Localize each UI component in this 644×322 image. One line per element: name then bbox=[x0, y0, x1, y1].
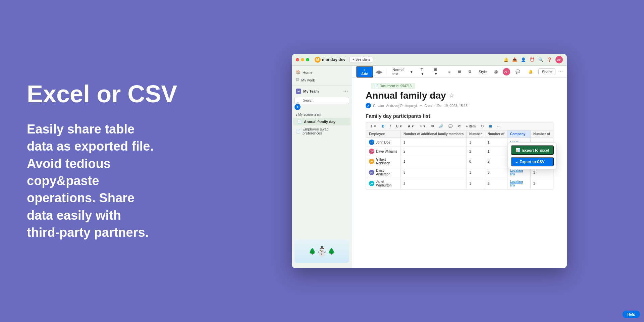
sidebar-team-left: M My Team bbox=[296, 89, 319, 94]
team-menu-icon[interactable]: ⋯ bbox=[343, 89, 348, 94]
col-employee: Employee bbox=[366, 130, 401, 138]
val1-cell: 3 bbox=[401, 167, 467, 178]
clock-icon[interactable]: ⏰ bbox=[529, 57, 535, 62]
creator-label: Creator bbox=[373, 104, 384, 108]
doc-id-badge: 📄 Document id: 994713 bbox=[371, 83, 415, 89]
bell-icon[interactable]: 🔔 bbox=[503, 57, 508, 62]
table-bold-button[interactable]: B bbox=[380, 124, 386, 129]
table-italic-button[interactable]: I bbox=[388, 124, 392, 129]
employee-name: Gilbert Robinson bbox=[376, 158, 398, 165]
format-columns-button[interactable]: ⊞ ▼ bbox=[431, 66, 443, 77]
val1-cell: 1 bbox=[401, 138, 467, 147]
sidebar-search[interactable]: 🔍 + bbox=[294, 97, 349, 110]
sidebar-item-employee-swag[interactable]: 📄 Employee swag preferences bbox=[292, 125, 352, 137]
table-T-button[interactable]: T ▼ bbox=[369, 124, 378, 129]
val3-cell: 2 bbox=[485, 156, 507, 167]
creator-name: Andrzeej Prokopczyk bbox=[386, 104, 418, 108]
table-redo-button[interactable]: ↻ bbox=[479, 124, 485, 129]
format-list1-button[interactable]: ≡ bbox=[446, 69, 453, 75]
employee-avatar: DA bbox=[369, 170, 374, 175]
normal-text-button[interactable]: Normal text ▼ bbox=[390, 67, 416, 77]
table-more-button[interactable]: ⋯ bbox=[495, 124, 502, 129]
table-grid-button[interactable]: ⊞ bbox=[487, 124, 493, 129]
val3-cell: 2 bbox=[485, 178, 507, 189]
sidebar: 🏠 Home ☑ My work M My Team ⋯ 🔍 bbox=[292, 66, 352, 268]
sidebar-item-my-work[interactable]: ☑ My work bbox=[292, 76, 352, 84]
export-excel-label: Export to Excel bbox=[522, 148, 549, 152]
doc-title: Annual family day ☆ bbox=[366, 90, 553, 101]
employee-avatar: JW bbox=[369, 181, 374, 186]
table-font-color-button[interactable]: A ▼ bbox=[406, 124, 416, 129]
sidebar-item-home[interactable]: 🏠 Home bbox=[292, 68, 352, 76]
format-embed-button[interactable]: ⧉ bbox=[466, 68, 474, 75]
toolbar-arrows-icon[interactable]: ◀▶ bbox=[375, 69, 383, 74]
employee-name: Daisy Anderson bbox=[376, 169, 398, 176]
browser-bar: M monday dev + See plans 🔔 📥 👤 ⏰ 🔍 ❓ AP bbox=[292, 54, 567, 66]
table-toolbar: T ▼ B I U ▼ A ▼ ≡ ▼ ⧉ 🔗 💬 ↺ + item bbox=[366, 122, 553, 130]
val1-cell: 1 bbox=[401, 156, 467, 167]
export-csv-button[interactable]: ≡ Export to CSV bbox=[511, 157, 554, 166]
val2-cell: 2 bbox=[466, 147, 485, 156]
table-link-button[interactable]: 🔗 bbox=[437, 124, 445, 129]
chevron-down-icon: ▼ bbox=[410, 70, 413, 74]
see-plans-button[interactable]: + See plans bbox=[350, 57, 373, 62]
team-icon: M bbox=[296, 89, 301, 94]
comment-icon[interactable]: 💬 bbox=[513, 68, 523, 75]
team-name: My Team bbox=[303, 89, 319, 93]
browser-icons-right: 🔔 📥 👤 ⏰ 🔍 ❓ AP bbox=[503, 56, 563, 63]
mywork-icon: ☑ bbox=[296, 78, 299, 82]
desc-line3: Avoid tedious bbox=[27, 157, 111, 171]
more-options-icon[interactable]: ⋯ bbox=[558, 69, 563, 74]
sidebar-home-label: Home bbox=[303, 70, 312, 74]
desc-line6: data easily with bbox=[27, 208, 121, 222]
csv-icon: ≡ bbox=[516, 160, 518, 164]
maximize-dot bbox=[306, 58, 309, 61]
question-icon[interactable]: ❓ bbox=[547, 57, 552, 62]
table-underline-button[interactable]: U ▼ bbox=[394, 124, 404, 129]
sidebar-item-scrum[interactable]: My scrum team bbox=[292, 111, 352, 118]
at-button[interactable]: @ bbox=[491, 69, 500, 75]
search-input[interactable] bbox=[294, 97, 349, 104]
format-list2-button[interactable]: ☰ bbox=[455, 68, 464, 75]
table-align-button[interactable]: ≡ ▼ bbox=[418, 124, 428, 129]
format-T-button[interactable]: T ▼ bbox=[418, 67, 429, 77]
employee-name: Dave Williams bbox=[376, 150, 397, 153]
add-button[interactable]: + Add bbox=[356, 66, 373, 77]
toolbar: + Add ◀▶ Normal text ▼ T ▼ ⊞ ▼ ≡ ☰ ⧉ Sty… bbox=[352, 66, 567, 78]
table-embed-button[interactable]: ⧉ bbox=[430, 123, 435, 129]
table-undo-button[interactable]: ↺ bbox=[456, 124, 462, 129]
search-icon[interactable]: 🔍 bbox=[538, 57, 543, 62]
created-text: Created Dec 19, 2023, 15:15 bbox=[424, 104, 467, 108]
user-icon[interactable]: 👤 bbox=[521, 57, 526, 62]
toolbar-avatar: AP bbox=[503, 68, 510, 75]
employee-avatar: GR bbox=[369, 159, 374, 164]
sidebar-team-header: M My Team ⋯ bbox=[292, 87, 352, 96]
sidebar-item-annual-family[interactable]: 📄 Annual family day bbox=[293, 118, 351, 125]
home-icon: 🏠 bbox=[296, 70, 301, 74]
style-button[interactable]: Style bbox=[476, 69, 489, 75]
annual-family-label: Annual family day bbox=[304, 120, 335, 124]
star-icon[interactable]: ☆ bbox=[449, 92, 454, 99]
share-button[interactable]: Share bbox=[538, 68, 555, 75]
inbox-icon[interactable]: 📥 bbox=[512, 57, 517, 62]
table-add-item-button[interactable]: + item bbox=[464, 124, 477, 129]
export-excel-button[interactable]: 📊 Export to Excel bbox=[511, 145, 554, 155]
normal-text-label: Normal text bbox=[392, 68, 409, 76]
table-comment-button[interactable]: 💬 bbox=[447, 124, 454, 129]
doc-icon-active: 📄 bbox=[297, 119, 302, 124]
col-num-2: Number bbox=[466, 130, 485, 138]
doc-title-text: Annual family day bbox=[366, 90, 446, 101]
val1-cell: 2 bbox=[401, 147, 467, 156]
bell-toolbar-icon[interactable]: 🔔 bbox=[526, 68, 536, 75]
desc-line7: third-party partners. bbox=[27, 225, 149, 239]
app-content: 🏠 Home ☑ My work M My Team ⋯ 🔍 bbox=[292, 66, 567, 268]
desc-line5: operations. Share bbox=[27, 191, 135, 205]
doc-meta: A Creator Andrzeej Prokopczyk ✦ Created … bbox=[366, 103, 553, 108]
employee-avatar: DW bbox=[369, 149, 374, 154]
avatar[interactable]: AP bbox=[555, 56, 563, 63]
link-cell[interactable]: Location link bbox=[507, 178, 530, 189]
tree-icon-2: 🌲 bbox=[328, 248, 335, 255]
meta-separator: ✦ bbox=[420, 104, 422, 108]
close-dot bbox=[296, 58, 299, 61]
creator-icon: A bbox=[366, 103, 371, 108]
